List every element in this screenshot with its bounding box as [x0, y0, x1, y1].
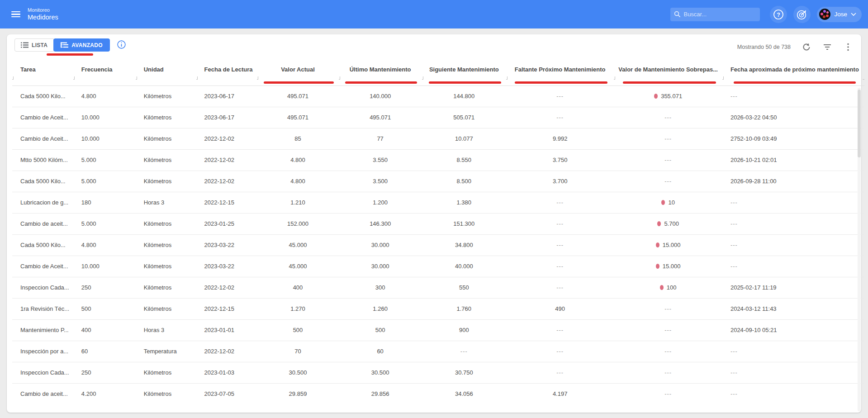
- table-cell: 9.992: [506, 128, 614, 149]
- search-input[interactable]: [683, 11, 756, 18]
- table-row[interactable]: Cada 5000 Kilo...4.800Kilómetros2023-06-…: [12, 86, 864, 107]
- table-cell: 77: [339, 128, 422, 149]
- column-resize-handle[interactable]: [422, 76, 423, 80]
- more-options-button[interactable]: [843, 42, 853, 52]
- table-row[interactable]: Cada 5000 Kilo...5.000Kilómetros2022-12-…: [12, 171, 864, 192]
- column-resize-handle[interactable]: [12, 76, 14, 80]
- tab-avanzado[interactable]: AVANZADO: [53, 38, 110, 52]
- table-row[interactable]: Inspección por a...60Temperatura2022-12-…: [12, 341, 864, 362]
- annotation-underline: [734, 81, 856, 84]
- table-cell: 495.071: [257, 107, 338, 128]
- table-cell: ---: [506, 256, 614, 277]
- table-cell: 250: [73, 362, 136, 383]
- table-row[interactable]: Cambio de Aceit...10.000Kilómetros2022-1…: [12, 128, 864, 149]
- column-resize-handle[interactable]: [339, 76, 340, 80]
- column-resize-handle[interactable]: [506, 76, 508, 80]
- view-toggle: LISTA AVANZADO: [14, 38, 110, 52]
- column-header[interactable]: Faltante Próximo Mantenimiento: [506, 57, 614, 86]
- column-header[interactable]: Frecuencia: [73, 57, 136, 86]
- overdue-dot-icon: [654, 94, 658, 99]
- table-cell: 550: [422, 277, 506, 298]
- table-row[interactable]: Mantenimiento P...400Horas 32023-01-0150…: [12, 319, 864, 341]
- column-resize-handle[interactable]: [722, 76, 724, 80]
- table-row[interactable]: Inspeccion Cada...250Kilómetros2022-12-0…: [12, 277, 864, 298]
- column-header-label: Tarea: [20, 66, 36, 73]
- table-cell: ---: [614, 128, 722, 149]
- refresh-button[interactable]: [802, 42, 811, 52]
- table-cell: 900: [422, 319, 506, 341]
- table-cell: ---: [614, 341, 722, 362]
- table-row[interactable]: Cambio de Aceit...10.000Kilómetros2023-0…: [12, 107, 864, 128]
- table-cell: 2023-01-01: [196, 319, 257, 341]
- column-header[interactable]: Valor Actual: [257, 57, 338, 86]
- user-menu[interactable]: Jose: [817, 7, 862, 22]
- column-resize-handle[interactable]: [863, 76, 864, 80]
- column-resize-handle[interactable]: [614, 76, 615, 80]
- column-header[interactable]: Tarea: [12, 57, 73, 86]
- table-cell: 34.056: [422, 383, 506, 404]
- annotation-underline: [47, 53, 93, 56]
- table-cell: 495.071: [339, 107, 422, 128]
- table-cell: Inspeccion Cada...: [12, 362, 73, 383]
- table-cell: 30.500: [339, 362, 422, 383]
- table-cell: ---: [506, 234, 614, 256]
- showing-count: Mostrando 50 de 738: [737, 44, 791, 50]
- help-button[interactable]: ?: [770, 6, 787, 23]
- meters-table: TareaFrecuenciaUnidadFecha de LecturaVal…: [12, 57, 864, 404]
- table-cell: 100: [614, 277, 722, 298]
- column-resize-handle[interactable]: [196, 76, 198, 80]
- table-cell: ---: [614, 171, 722, 192]
- table-cell: 140.000: [339, 86, 422, 107]
- table-cell: 146.300: [339, 213, 422, 234]
- table-cell: 5.700: [614, 213, 722, 234]
- table-cell: Cada 5000 Kilo...: [12, 234, 73, 256]
- refresh-icon: [802, 43, 811, 51]
- column-resize-handle[interactable]: [136, 76, 137, 80]
- column-resize-handle[interactable]: [257, 76, 258, 80]
- table-cell: 15.000: [614, 234, 722, 256]
- table-row[interactable]: Inspeccion Cada...250Kilómetros2023-01-0…: [12, 362, 864, 383]
- table-cell: 2022-12-02: [196, 277, 257, 298]
- column-header[interactable]: Último Mantenimiento: [339, 57, 422, 86]
- table-cell: 2022-12-02: [196, 171, 257, 192]
- table-cell: 8.500: [422, 171, 506, 192]
- scrollbar-thumb[interactable]: [858, 90, 861, 157]
- tab-lista-label: LISTA: [32, 42, 47, 48]
- goal-target-button[interactable]: [793, 6, 811, 23]
- column-header[interactable]: Fecha aproximada de próximo mantenimient…: [722, 57, 864, 86]
- search-box[interactable]: [670, 8, 760, 21]
- column-header[interactable]: Unidad: [136, 57, 196, 86]
- table-cell: 3.500: [339, 171, 422, 192]
- table-cell: 144.800: [422, 86, 506, 107]
- table-cell: 29.856: [339, 383, 422, 404]
- table-cell: 4.800: [257, 149, 338, 171]
- column-header[interactable]: Valor de Mantenimiento Sobrepas...: [614, 57, 722, 86]
- filter-button[interactable]: [822, 42, 832, 52]
- table-cell: Kilómetros: [136, 362, 196, 383]
- table-cell: 34.800: [422, 234, 506, 256]
- table-row[interactable]: Cada 5000 Kilo...4.800Kilómetros2023-03-…: [12, 234, 864, 256]
- table-cell: 5.000: [73, 171, 136, 192]
- column-header[interactable]: Fecha de Lectura: [196, 57, 257, 86]
- table-cell: 300: [339, 277, 422, 298]
- table-row[interactable]: Cambio de aceit...4.200Kilómetros2023-07…: [12, 383, 864, 404]
- svg-text:?: ?: [777, 11, 781, 18]
- table-row[interactable]: 1ra Revisión Téc...500Kilómetros2022-12-…: [12, 298, 864, 319]
- table-row[interactable]: Lubricacion de g...180Horas 32022-12-151…: [12, 192, 864, 213]
- table-cell: Kilómetros: [136, 171, 196, 192]
- annotation-underline: [623, 81, 716, 84]
- table-row[interactable]: Cambio de Aceit...10.000Kilómetros2023-0…: [12, 256, 864, 277]
- table-cell: 2024-09-10 05:21: [722, 319, 864, 341]
- table-row[interactable]: Mtto 5000 Kilóm...5.000Kilómetros2022-12…: [12, 149, 864, 171]
- menu-icon[interactable]: [11, 11, 20, 18]
- tab-lista[interactable]: LISTA: [14, 38, 54, 52]
- table-cell: 2023-01-25: [196, 213, 257, 234]
- table-cell: 2023-01-03: [196, 362, 257, 383]
- table-cell: ---: [506, 107, 614, 128]
- annotation-underline: [515, 81, 607, 84]
- info-button[interactable]: [117, 40, 126, 51]
- column-resize-handle[interactable]: [73, 76, 75, 80]
- table-row[interactable]: Cambio de aceit...5.000Kilómetros2023-01…: [12, 213, 864, 234]
- table-cell: 2023-03-22: [196, 234, 257, 256]
- column-header[interactable]: Siguiente Mantenimiento: [422, 57, 506, 86]
